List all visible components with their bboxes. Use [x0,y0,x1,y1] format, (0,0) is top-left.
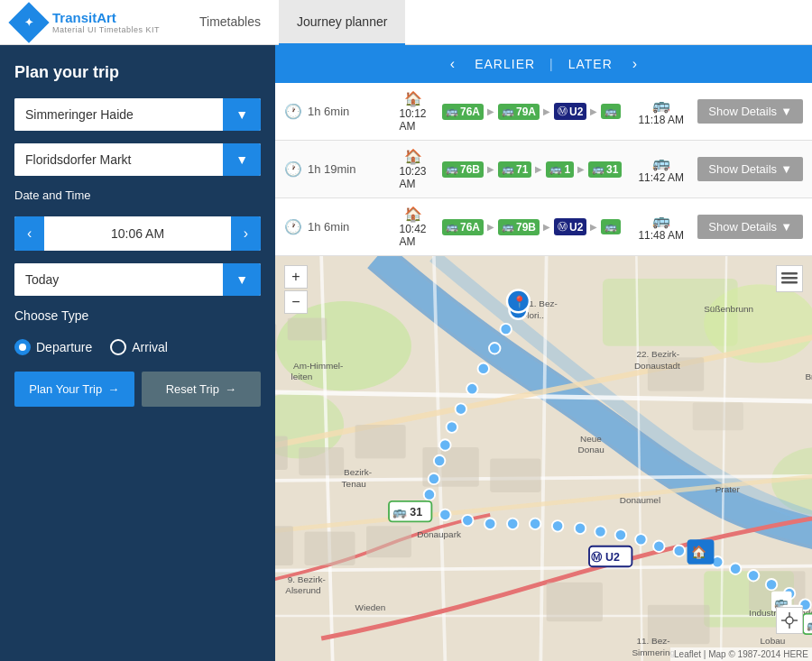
reset-trip-button[interactable]: Reset Trip → [142,372,262,407]
time-next-btn[interactable]: › [231,216,261,251]
svg-text:leiten: leiten [291,372,312,381]
segment-bus-76a-2: 🚌 76A [442,219,484,235]
svg-point-71 [424,489,435,500]
svg-point-65 [466,383,477,394]
svg-text:Lobau: Lobau [761,636,786,646]
clock-icon-1: 🕐 [284,103,302,120]
arrival-radio-circle [110,339,126,355]
zoom-in-btn[interactable]: + [284,265,308,289]
svg-rect-107 [781,277,798,280]
tab-timetables[interactable]: Timetables [181,0,279,45]
svg-point-67 [447,421,457,432]
svg-point-87 [748,570,759,581]
arrive-col-2: 🚌 11:42 AM [632,154,690,184]
svg-text:Alserund: Alserund [285,585,320,595]
destination-dropdown-btn[interactable]: ▼ [223,143,261,176]
later-next-btn[interactable]: › [627,54,642,74]
svg-point-88 [766,579,777,590]
duration-2: 1h 19min [308,162,355,176]
segment-metro-u2-2: Ⓜ U2 [554,218,586,235]
radio-group: Departure Arrival [14,339,261,355]
date-dropdown-btn[interactable]: ▼ [223,263,261,296]
svg-point-79 [595,526,605,537]
svg-rect-19 [299,447,344,475]
svg-point-75 [507,519,518,529]
svg-point-63 [489,343,500,353]
segment-bus-1: 🚌 1 [546,161,574,178]
svg-point-69 [434,455,445,466]
arrive-time-2: 11:42 AM [638,171,684,184]
svg-point-64 [478,363,489,373]
tab-journey-planner[interactable]: Journey planner [279,0,405,45]
nav-divider: | [549,57,554,71]
bus-icon: 🚌 [446,106,458,117]
arrow-right-icon: → [107,382,119,396]
svg-text:Tenau: Tenau [342,479,366,489]
route-row: 🕐 1h 6min 🏠 10:12AM 🚌 76A ▶ 🚌 79A ▶ [275,83,812,141]
svg-text:🚌 31: 🚌 31 [392,505,422,519]
arrow-8: ▶ [543,222,550,232]
depart-col-3: 🏠 10:42AM [383,206,442,248]
arrow-7: ▶ [487,222,494,232]
depart-time-3: 10:42AM [399,223,426,248]
arrow-1: ▶ [487,106,494,116]
panel-title: Plan your trip [14,63,261,82]
svg-text:11. Bez-: 11. Bez- [636,636,669,646]
svg-rect-20 [355,425,406,458]
main-content: Plan your trip ▼ ▼ Date and Time ‹ 10:06… [0,45,812,661]
segment-bus-76a: 🚌 76A [442,104,484,120]
time-prev-btn[interactable]: ‹ [14,216,44,251]
svg-point-62 [500,324,511,335]
depart-time-1: 10:12AM [399,107,426,133]
map-zoom-controls: + − [284,265,308,314]
results-panel: ‹ EARLIER | LATER › 🕐 1h 6min 🏠 10:12AM [275,45,812,256]
svg-text:Donaumel: Donaumel [620,495,660,505]
chevron-down-icon-3: ▼ [780,220,792,234]
svg-point-83 [674,546,685,556]
zoom-out-btn[interactable]: − [284,290,308,314]
segment-bus-31: 🚌 31 [588,161,622,178]
earlier-prev-btn[interactable]: ‹ [445,54,460,74]
show-details-btn-3[interactable]: Show Details ▼ [697,215,803,239]
map-container[interactable]: 22. Bezirk- Donaustadt Süßenbrunn Breite… [275,256,812,661]
logo-subtitle: Material UI Timetables KIT [52,25,160,34]
earlier-label: EARLIER [475,57,535,71]
right-panel: ‹ EARLIER | LATER › 🕐 1h 6min 🏠 10:12AM [275,45,812,661]
destination-input[interactable] [14,143,223,176]
svg-text:Wieden: Wieden [355,602,386,612]
svg-text:Donau: Donau [578,445,604,454]
plan-trip-button[interactable]: Plan Your Trip → [14,372,134,407]
clock-icon-2: 🕐 [284,161,302,178]
logo-title: TransitArt [52,10,160,25]
date-row: ▼ [14,263,261,296]
app-header: ✦ TransitArt Material UI Timetables KIT … [0,0,812,45]
svg-rect-22 [304,532,355,565]
arrow-5: ▶ [535,164,542,174]
date-input[interactable] [14,263,223,296]
bus-icon-3: 🚌 [604,106,617,117]
show-details-btn-2[interactable]: Show Details ▼ [697,157,803,181]
route-row-3: 🕐 1h 6min 🏠 10:42AM 🚌 76A ▶ 🚌 79B ▶ [275,198,812,256]
show-details-btn-1[interactable]: Show Details ▼ [697,99,803,124]
origin-input-row: ▼ [14,98,261,131]
arrow-6: ▶ [577,164,585,174]
chevron-down-icon-2: ▼ [780,162,792,176]
origin-dropdown-btn[interactable]: ▼ [223,98,261,131]
house-icon-3: 🏠 [404,206,422,223]
reset-arrow-icon: → [225,382,236,396]
map-layers-btn[interactable] [776,265,803,292]
bus-icon-5: 🚌 [502,163,514,175]
svg-text:🚌 79A: 🚌 79A [807,618,812,632]
duration-col-3: 🕐 1h 6min [284,218,383,235]
svg-point-86 [730,563,741,574]
departure-radio[interactable]: Departure [14,339,92,355]
svg-text:Donaupark: Donaupark [417,529,461,539]
duration-3: 1h 6min [308,220,349,234]
bus-icon-2: 🚌 [502,106,514,117]
depart-time-2: 10:23AM [399,165,426,190]
origin-input[interactable] [14,98,223,131]
logo: ✦ TransitArt Material UI Timetables KIT [14,8,160,37]
map-locate-btn[interactable] [776,607,803,634]
arrival-radio[interactable]: Arrival [110,339,168,355]
svg-point-73 [462,515,473,526]
